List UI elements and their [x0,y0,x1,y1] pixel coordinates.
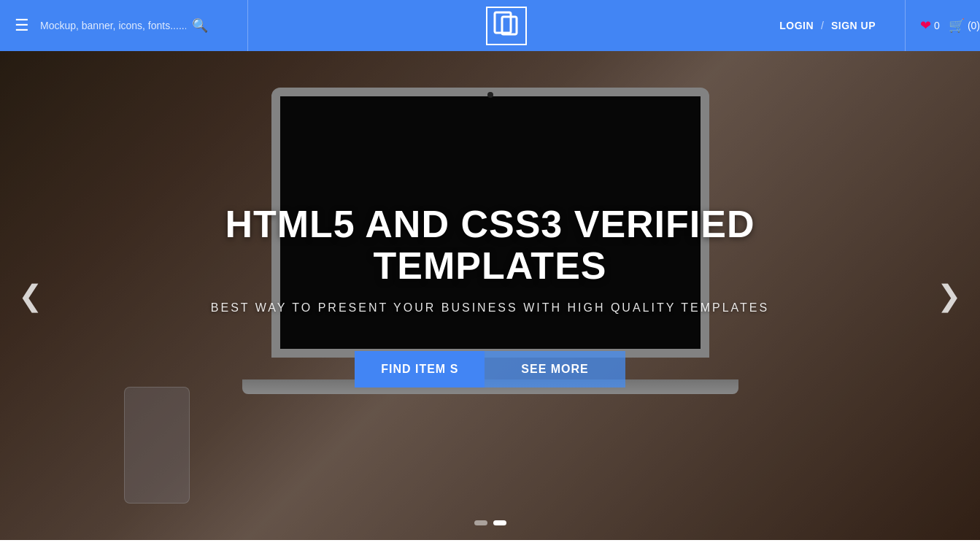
login-button[interactable]: LOGIN [779,20,814,31]
header-right: LOGIN / SIGN UP [765,20,890,31]
hero-content: HTML5 AND CSS3 VERIFIED TEMPLATES BEST W… [0,51,980,540]
hero-title: HTML5 AND CSS3 VERIFIED TEMPLATES [146,204,834,287]
hero-buttons: FIND ITEM S SEE MORE [355,351,625,388]
header-center [248,7,765,45]
search-section: SEARCH OVER 10 MILLION DIGITAL ITEMS 🔍 S… [0,540,980,559]
cart-area[interactable]: 🛒 (0) [949,18,980,34]
find-item-button[interactable]: FIND ITEM S [355,351,485,388]
wishlist-area[interactable]: ❤ 0 [920,18,940,34]
hero-subtitle: BEST WAY TO PRESENT YOUR BUSINESS WITH H… [211,301,769,315]
cart-count: (0) [968,20,980,31]
hamburger-icon[interactable]: ☰ [15,16,29,35]
slider-dots [474,520,506,525]
header-search-bar: 🔍 [40,18,233,34]
logo-icon[interactable] [486,7,527,45]
see-more-button[interactable]: SEE MORE [485,351,625,388]
cart-icon: 🛒 [949,18,965,34]
header-left: ☰ 🔍 [0,0,248,51]
slider-dot-1[interactable] [474,520,487,525]
header: ☰ 🔍 LOGIN / SIGN UP ❤ 0 🛒 (0) [0,0,980,51]
slider-dot-2[interactable] [493,520,506,525]
slider-prev-button[interactable]: ❮ [7,271,54,320]
wishlist-count: 0 [934,20,940,31]
heart-icon: ❤ [920,18,931,34]
hero-section: HTML5 AND CSS3 VERIFIED TEMPLATES BEST W… [0,51,980,540]
header-search-input[interactable] [40,20,186,31]
slider-next-button[interactable]: ❯ [926,271,973,320]
svg-rect-1 [502,17,517,34]
search-icon[interactable]: 🔍 [192,18,208,34]
header-icons: ❤ 0 🛒 (0) [905,0,980,51]
signup-button[interactable]: SIGN UP [831,20,876,31]
nav-divider: / [821,20,824,31]
